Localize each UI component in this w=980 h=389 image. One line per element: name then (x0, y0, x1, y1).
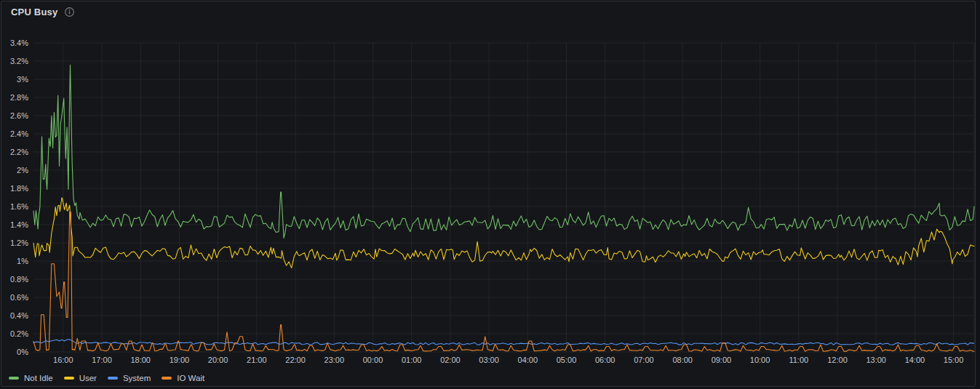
legend-item-not-idle[interactable]: Not Idle (9, 374, 53, 382)
x-axis-label: 19:00 (170, 356, 190, 364)
x-axis-label: 07:00 (634, 356, 654, 364)
x-axis-label: 11:00 (789, 356, 808, 364)
legend-label: System (123, 374, 151, 382)
panel-title[interactable]: CPU Busy (11, 7, 57, 17)
y-axis-label: 1.6% (10, 202, 28, 211)
x-axis-label: 08:00 (672, 356, 693, 364)
x-axis-label: 21:00 (247, 356, 267, 364)
x-axis-label: 03:00 (479, 356, 499, 364)
y-axis-label: 2.6% (10, 111, 28, 120)
x-axis-label: 15:00 (944, 356, 964, 364)
x-axis-label: 18:00 (130, 356, 151, 364)
x-axis-label: 01:00 (402, 356, 422, 364)
y-axis-label: 2% (17, 166, 28, 175)
x-axis-label: 12:00 (827, 356, 848, 364)
y-axis-label: 1.8% (10, 184, 28, 193)
legend-item-system[interactable]: System (108, 374, 151, 382)
legend-label: User (79, 374, 97, 382)
y-axis-label: 0.4% (10, 311, 28, 320)
y-axis-label: 3.2% (10, 57, 28, 65)
y-axis-label: 1.4% (10, 220, 28, 229)
legend-item-io-wait[interactable]: IO Wait (162, 374, 204, 382)
y-axis-label: 1% (17, 257, 28, 265)
series-color-icon (162, 377, 172, 380)
series-line-system[interactable] (33, 340, 974, 345)
series-line-not-idle[interactable] (33, 65, 974, 238)
y-axis-label: 0% (17, 348, 28, 356)
legend-label: IO Wait (177, 374, 204, 382)
x-axis-label: 16:00 (53, 356, 73, 364)
panel-header[interactable]: CPU Busy (11, 7, 75, 17)
x-axis-label: 13:00 (866, 356, 886, 364)
x-axis-label: 04:00 (518, 356, 538, 364)
series-color-icon (64, 377, 74, 380)
x-axis-label: 20:00 (208, 356, 228, 364)
y-axis-label: 3% (17, 75, 28, 84)
y-axis-label: 3.4% (10, 39, 28, 47)
cpu-busy-panel: CPU Busy 0%0.2%0.4%0.6%0.8%1%1.2%1.4%1.6… (1, 1, 976, 387)
y-axis-label: 0.2% (10, 329, 28, 338)
timeseries-chart[interactable]: 0%0.2%0.4%0.6%0.8%1%1.2%1.4%1.6%1.8%2%2.… (1, 1, 976, 387)
series-color-icon (9, 377, 19, 380)
chart-legend: Not Idle User System IO Wait (9, 374, 204, 382)
series-line-user[interactable] (33, 198, 974, 268)
y-axis-label: 2.4% (10, 129, 28, 138)
x-axis-label: 10:00 (750, 356, 770, 364)
x-axis-label: 05:00 (557, 356, 577, 364)
y-axis-label: 0.8% (10, 275, 28, 284)
x-axis-label: 22:00 (285, 356, 306, 364)
series-color-icon (108, 377, 118, 380)
x-axis-label: 17:00 (92, 356, 112, 364)
series-line-io-wait[interactable] (33, 212, 974, 352)
info-icon[interactable] (64, 7, 75, 17)
x-axis-label: 06:00 (595, 356, 616, 364)
legend-label: Not Idle (24, 374, 53, 382)
y-axis-label: 0.6% (10, 293, 28, 302)
legend-item-user[interactable]: User (64, 374, 97, 382)
x-axis-label: 02:00 (440, 356, 461, 364)
x-axis-label: 09:00 (712, 356, 732, 364)
x-axis-label: 14:00 (905, 356, 925, 364)
y-axis-label: 1.2% (10, 238, 28, 247)
x-axis-label: 00:00 (363, 356, 383, 364)
y-axis-label: 2.8% (10, 93, 28, 102)
y-axis-label: 2.2% (10, 148, 28, 156)
x-axis-label: 23:00 (324, 356, 345, 364)
